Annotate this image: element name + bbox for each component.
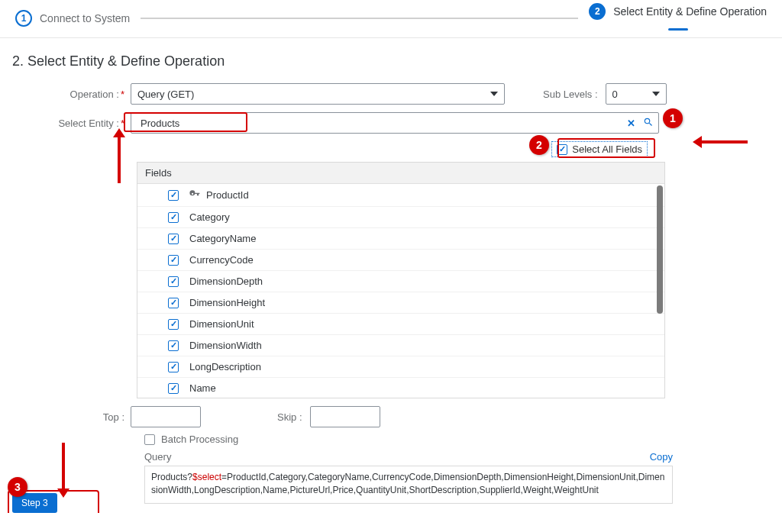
checkbox-checked-icon[interactable]: ✓ — [168, 255, 179, 266]
top-skip-row: Top : Skip : — [12, 406, 770, 427]
select-all-fields-checkbox[interactable]: ✓ Select All Fields — [551, 141, 648, 157]
field-row[interactable]: ✓CategoryName — [137, 228, 664, 250]
field-name: DimensionUnit — [189, 318, 254, 330]
batch-checkbox[interactable] — [144, 434, 155, 445]
sublevels-select[interactable]: 0 — [606, 83, 667, 105]
field-name: LongDescription — [189, 361, 261, 372]
query-label-row: Query Copy — [12, 451, 684, 463]
section-title: 2. Select Entity & Define Operation — [12, 53, 770, 69]
key-icon — [189, 189, 200, 202]
query-label: Query — [144, 451, 171, 463]
query-rest: =ProductId,Category,CategoryName,Currenc… — [151, 472, 664, 495]
field-name: DimensionDepth — [189, 276, 263, 287]
fields-header: Fields — [137, 163, 664, 184]
step-label-2: Select Entity & Define Operation — [613, 5, 767, 18]
batch-label: Batch Processing — [161, 434, 238, 445]
checkbox-checked-icon: ✓ — [557, 144, 567, 155]
checkbox-checked-icon[interactable]: ✓ — [168, 362, 179, 372]
entity-row: Select Entity : Products ✕ — [12, 112, 770, 134]
clear-icon[interactable]: ✕ — [627, 118, 635, 129]
field-name: ProductId — [206, 189, 249, 201]
entity-input[interactable]: Products ✕ — [131, 112, 659, 134]
step-number-1: 1 — [15, 10, 32, 27]
fields-panel: Fields ✓ProductId✓Category✓CategoryName✓… — [137, 162, 665, 398]
wizard-connector — [141, 18, 578, 19]
field-name: Name — [189, 382, 216, 394]
page-body: 2. Select Entity & Define Operation Oper… — [0, 38, 782, 513]
checkbox-checked-icon[interactable]: ✓ — [168, 383, 179, 394]
chevron-down-icon — [490, 92, 498, 96]
wizard-step-1[interactable]: 1 Connect to System — [15, 10, 130, 27]
select-all-label: Select All Fields — [572, 143, 642, 155]
sublevels-label: Sub Levels : — [543, 89, 598, 100]
query-select-keyword: $select — [192, 472, 221, 482]
step-number-2: 2 — [589, 3, 606, 20]
operation-row: Operation : Query (GET) Sub Levels : 0 — [12, 83, 770, 105]
top-label: Top : — [12, 411, 131, 423]
checkbox-checked-icon[interactable]: ✓ — [168, 276, 179, 287]
field-row[interactable]: ✓DimensionUnit — [137, 314, 664, 335]
step-label-1: Connect to System — [40, 12, 130, 24]
wizard-stepper: 1 Connect to System 2 Select Entity & De… — [0, 0, 782, 38]
wizard-step-2[interactable]: 2 Select Entity & Define Operation — [589, 3, 767, 33]
operation-select[interactable]: Query (GET) — [131, 83, 505, 105]
checkbox-checked-icon[interactable]: ✓ — [168, 212, 179, 223]
field-name: CategoryName — [189, 233, 256, 244]
fields-list[interactable]: ✓ProductId✓Category✓CategoryName✓Currenc… — [137, 184, 664, 398]
search-icon[interactable] — [643, 117, 654, 130]
skip-label: Skip : — [277, 411, 302, 423]
field-row[interactable]: ✓DimensionWidth — [137, 335, 664, 356]
field-name: CurrencyCode — [189, 254, 254, 266]
field-row[interactable]: ✓Name — [137, 378, 664, 398]
field-name: Category — [189, 211, 230, 223]
copy-link[interactable]: Copy — [650, 451, 673, 463]
checkbox-checked-icon[interactable]: ✓ — [168, 298, 179, 308]
sublevels-value: 0 — [612, 89, 618, 100]
top-input[interactable] — [131, 406, 201, 427]
checkbox-checked-icon[interactable]: ✓ — [168, 190, 179, 201]
field-row[interactable]: ✓ProductId — [137, 184, 664, 207]
checkbox-checked-icon[interactable]: ✓ — [168, 319, 179, 330]
step-3-button[interactable]: Step 3 — [12, 493, 57, 513]
checkbox-checked-icon[interactable]: ✓ — [168, 340, 179, 351]
field-row[interactable]: ✓CurrencyCode — [137, 250, 664, 271]
query-prefix: Products? — [151, 472, 192, 482]
operation-label: Operation : — [12, 89, 131, 100]
field-row[interactable]: ✓DimensionDepth — [137, 271, 664, 292]
batch-row: Batch Processing — [12, 434, 770, 445]
field-row[interactable]: ✓LongDescription — [137, 356, 664, 378]
checkbox-checked-icon[interactable]: ✓ — [168, 234, 179, 244]
field-row[interactable]: ✓DimensionHeight — [137, 292, 664, 314]
operation-value: Query (GET) — [137, 89, 194, 100]
query-textarea[interactable]: Products?$select=ProductId,Category,Cate… — [144, 466, 673, 504]
skip-input[interactable] — [310, 406, 380, 427]
scrollbar-thumb[interactable] — [657, 185, 663, 314]
chevron-down-icon — [652, 92, 660, 96]
field-name: DimensionWidth — [189, 340, 262, 351]
entity-label: Select Entity : — [12, 118, 131, 129]
field-row[interactable]: ✓Category — [137, 207, 664, 228]
entity-value: Products — [141, 118, 179, 129]
field-name: DimensionHeight — [189, 297, 265, 308]
